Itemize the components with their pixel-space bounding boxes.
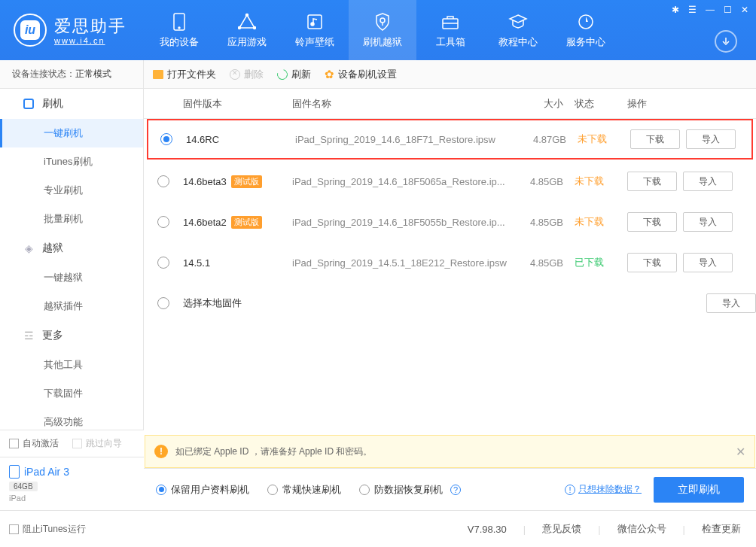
sidebar-item-download-firmware[interactable]: 下载固件 xyxy=(0,379,143,408)
warning-icon: ! xyxy=(154,445,168,458)
block-itunes-checkbox[interactable]: 阻止iTunes运行 xyxy=(9,523,86,536)
version-label: V7.98.30 xyxy=(468,524,507,535)
app-header: ✱ ☰ — ☐ ✕ iu 爱思助手 www.i4.cn 我的设备 应用游戏 铃声… xyxy=(0,0,756,60)
flash-now-button[interactable]: 立即刷机 xyxy=(654,477,744,503)
table-row[interactable]: 14.5.1 iPad_Spring_2019_14.5.1_18E212_Re… xyxy=(144,242,756,283)
toolbox-icon xyxy=(440,12,460,32)
service-icon xyxy=(576,12,596,32)
help-icon[interactable]: ? xyxy=(450,485,461,495)
nav-tab-apps[interactable]: 应用游戏 xyxy=(213,0,281,60)
fw-name: iPad_Spring_2019_14.5.1_18E212_Restore.i… xyxy=(292,257,514,269)
left-bottom-panel: 自动激活 跳过向导 iPad Air 3 64GB iPad xyxy=(0,430,144,510)
erase-link[interactable]: 只想抹除数据？ xyxy=(578,483,642,496)
wechat-link[interactable]: 微信公众号 xyxy=(617,522,666,536)
nav-tab-device[interactable]: 我的设备 xyxy=(145,0,213,60)
win-maximize-icon[interactable]: ☐ xyxy=(724,5,732,15)
ipad-icon xyxy=(9,465,20,479)
radio[interactable] xyxy=(157,297,169,309)
fw-status: 已下载 xyxy=(575,256,627,269)
fw-name: iPad_Spring_2019_14.6_18F71_Restore.ipsw xyxy=(295,134,517,145)
svg-point-1 xyxy=(178,27,180,29)
feedback-link[interactable]: 意见反馈 xyxy=(542,522,581,536)
radio[interactable] xyxy=(160,133,172,145)
device-type: iPad xyxy=(9,494,135,503)
sidebar-item-other-tools[interactable]: 其他工具 xyxy=(0,351,143,379)
import-button[interactable]: 导入 xyxy=(686,129,736,149)
auto-activate-checkbox[interactable]: 自动激活 xyxy=(9,437,59,450)
shield-icon: ◈ xyxy=(23,242,35,254)
logo[interactable]: iu 爱思助手 www.i4.cn xyxy=(14,14,134,47)
win-menu-icon[interactable]: ☰ xyxy=(688,5,697,15)
download-button[interactable]: 下载 xyxy=(627,253,677,272)
nav-tab-service[interactable]: 服务中心 xyxy=(552,0,620,60)
col-name: 固件名称 xyxy=(292,97,514,111)
warning-bar: ! 如已绑定 Apple ID ，请准备好 Apple ID 和密码。 ✕ xyxy=(145,435,755,468)
import-button[interactable]: 导入 xyxy=(706,293,756,313)
win-close-icon[interactable]: ✕ xyxy=(741,5,748,15)
nav-tab-ringtones[interactable]: 铃声壁纸 xyxy=(281,0,349,60)
nav-tab-toolbox[interactable]: 工具箱 xyxy=(416,0,484,60)
sidebar-item-pro-flash[interactable]: 专业刷机 xyxy=(0,176,143,205)
fw-size: 4.85GB xyxy=(514,176,575,187)
sidebar-header-flash[interactable]: 刷机 xyxy=(0,89,143,119)
open-folder-button[interactable]: 打开文件夹 xyxy=(153,68,216,81)
fw-version: 14.6beta3测试版 xyxy=(183,175,292,188)
download-button[interactable]: 下载 xyxy=(630,129,680,149)
sidebar-item-itunes-flash[interactable]: iTunes刷机 xyxy=(0,147,143,176)
settings-button[interactable]: ✿设备刷机设置 xyxy=(325,68,397,81)
fw-version: 14.5.1 xyxy=(183,257,292,269)
warning-close-icon[interactable]: ✕ xyxy=(736,445,745,459)
win-minimize-icon[interactable]: — xyxy=(706,5,715,15)
sidebar-header-jailbreak[interactable]: ◈越狱 xyxy=(0,233,143,263)
radio[interactable] xyxy=(157,257,169,269)
fw-size: 4.87GB xyxy=(517,134,578,145)
radio[interactable] xyxy=(157,175,169,187)
device-panel[interactable]: iPad Air 3 64GB iPad xyxy=(0,457,144,510)
app-title: 爱思助手 xyxy=(54,15,127,38)
sidebar-item-batch-flash[interactable]: 批量刷机 xyxy=(0,205,143,233)
option-keep-data[interactable]: 保留用户资料刷机 xyxy=(156,483,249,497)
flash-square-icon xyxy=(23,98,35,110)
col-version: 固件版本 xyxy=(183,97,292,111)
table-row-local[interactable]: 选择本地固件 导入 xyxy=(144,283,756,324)
fw-version: 14.6beta2测试版 xyxy=(183,216,292,229)
win-skin-icon[interactable]: ✱ xyxy=(672,5,679,15)
tutorial-icon xyxy=(508,12,528,32)
svg-point-4 xyxy=(239,26,241,29)
delete-icon xyxy=(230,69,240,80)
download-button[interactable]: 下载 xyxy=(627,212,677,232)
delete-button[interactable]: 删除 xyxy=(230,68,264,81)
import-button[interactable]: 导入 xyxy=(683,212,733,232)
list-icon: ☲ xyxy=(23,330,35,342)
sidebar-item-jailbreak-plugins[interactable]: 越狱插件 xyxy=(0,292,143,321)
refresh-button[interactable]: 刷新 xyxy=(277,68,311,81)
download-button[interactable]: 下载 xyxy=(627,172,677,191)
col-action: 操作 xyxy=(627,97,756,111)
info-icon: ! xyxy=(565,485,575,495)
nav-tab-flash[interactable]: 刷机越狱 xyxy=(349,0,416,60)
radio[interactable] xyxy=(157,216,169,228)
table-row[interactable]: 14.6beta2测试版 iPad_Spring_2019_14.6_18F50… xyxy=(144,202,756,242)
option-anti-data[interactable]: 防数据恢复刷机? xyxy=(359,483,461,497)
skip-wizard-checkbox[interactable]: 跳过向导 xyxy=(72,437,122,450)
import-button[interactable]: 导入 xyxy=(683,253,733,272)
beta-tag: 测试版 xyxy=(231,216,262,229)
device-icon xyxy=(169,12,189,32)
import-button[interactable]: 导入 xyxy=(683,172,733,191)
sidebar-item-oneclick-jailbreak[interactable]: 一键越狱 xyxy=(0,263,143,292)
firmware-list: 14.6RC iPad_Spring_2019_14.6_18F71_Resto… xyxy=(144,119,756,324)
gear-icon: ✿ xyxy=(325,68,334,81)
svg-point-6 xyxy=(311,23,314,26)
sidebar-header-more[interactable]: ☲更多 xyxy=(0,321,143,351)
logo-icon: iu xyxy=(14,14,47,47)
col-size: 大小 xyxy=(514,97,575,111)
check-update-link[interactable]: 检查更新 xyxy=(702,522,741,536)
table-row[interactable]: 14.6RC iPad_Spring_2019_14.6_18F71_Resto… xyxy=(147,119,753,160)
storage-badge: 64GB xyxy=(9,482,38,491)
table-row[interactable]: 14.6beta3测试版 iPad_Spring_2019_14.6_18F50… xyxy=(144,161,756,202)
sync-icon[interactable] xyxy=(715,30,737,53)
option-normal[interactable]: 常规快速刷机 xyxy=(267,483,341,497)
sidebar-item-oneclick-flash[interactable]: 一键刷机 xyxy=(0,119,143,147)
svg-point-3 xyxy=(254,26,256,29)
nav-tab-tutorial[interactable]: 教程中心 xyxy=(484,0,552,60)
